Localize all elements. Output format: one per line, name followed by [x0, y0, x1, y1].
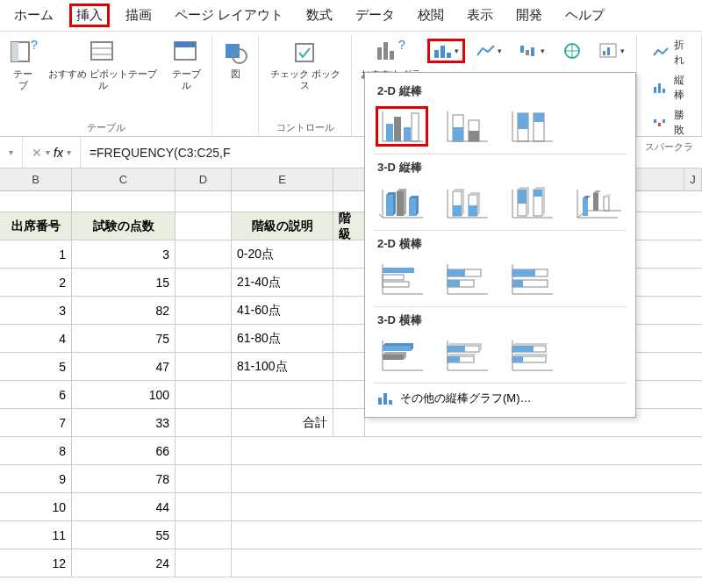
checkbox-label: チェック ボックス	[266, 68, 344, 91]
group-spark-label: スパークラ	[645, 140, 693, 155]
svg-rect-34	[394, 117, 401, 141]
cell-b[interactable]: 3	[0, 297, 72, 325]
tab-insert[interactable]: 挿入	[71, 5, 108, 25]
svg-rect-66	[383, 275, 404, 280]
section-3d-bar: 3-D 横棒	[374, 307, 627, 333]
col-b[interactable]: B	[0, 169, 72, 190]
svg-rect-59	[534, 190, 542, 197]
svg-rect-73	[448, 280, 460, 287]
tab-review[interactable]: 校閲	[412, 5, 449, 25]
svg-rect-53	[453, 205, 462, 216]
line-chart-dropdown[interactable]: ▾	[472, 40, 506, 61]
cell-b[interactable]: 12	[0, 549, 72, 577]
cell-c[interactable]: 78	[72, 465, 176, 493]
cell-c[interactable]: 24	[72, 549, 176, 577]
cell-c[interactable]: 44	[72, 493, 176, 521]
cell-c[interactable]: 82	[72, 297, 176, 325]
cell-c[interactable]: 33	[72, 409, 176, 437]
stacked100-bar-3d[interactable]	[507, 337, 556, 374]
formula-input[interactable]: =FREQUENCY(C3:C25,F	[81, 146, 240, 160]
stacked-column-3d[interactable]	[442, 184, 491, 221]
sparkline-winloss[interactable]: 勝敗	[653, 105, 694, 140]
cell-b[interactable]: 4	[0, 325, 72, 353]
column-chart-dropdown[interactable]: ▾	[429, 40, 463, 61]
tab-view[interactable]: 表示	[462, 5, 498, 25]
pivot-chart-dropdown[interactable]: ▾	[595, 40, 629, 61]
clustered-bar-2d[interactable]	[377, 261, 426, 298]
cell-c[interactable]: 75	[72, 325, 176, 353]
stacked100-column-2d[interactable]	[507, 108, 556, 145]
svg-rect-7	[175, 42, 196, 47]
col-c[interactable]: C	[72, 169, 176, 190]
svg-rect-17	[447, 53, 451, 58]
clustered-column-3d[interactable]	[377, 184, 426, 221]
tab-help[interactable]: ヘルプ	[560, 5, 610, 25]
sparkline-column[interactable]: 縦棒	[653, 70, 694, 105]
col-j[interactable]: J	[684, 169, 702, 190]
cell-c[interactable]: 66	[72, 437, 176, 465]
cell-b[interactable]: 2	[0, 269, 72, 297]
stacked100-column-3d[interactable]	[507, 184, 556, 221]
name-box[interactable]: ▾	[0, 137, 23, 168]
cell-b[interactable]: 10	[0, 493, 72, 521]
cell-b[interactable]: 1	[0, 240, 72, 269]
stacked100-bar-2d[interactable]	[507, 261, 556, 298]
map-chart-dropdown[interactable]	[558, 40, 586, 61]
group-controls-label: コントロール	[276, 121, 334, 136]
cell-b[interactable]: 5	[0, 353, 72, 381]
cell-c[interactable]: 47	[72, 353, 176, 381]
cell-b[interactable]: 9	[0, 465, 72, 493]
svg-rect-19	[526, 50, 529, 55]
cell-b[interactable]: 8	[0, 437, 72, 465]
svg-rect-89	[448, 356, 460, 362]
svg-rect-98	[389, 400, 392, 405]
svg-rect-40	[453, 127, 463, 141]
header-attendance[interactable]: 出席番号	[0, 212, 72, 240]
checkbox-button[interactable]: チェック ボックス	[266, 35, 344, 91]
stacked-column-2d[interactable]	[442, 108, 491, 145]
cell-c[interactable]: 3	[72, 240, 176, 269]
cell-c[interactable]: 100	[72, 381, 176, 409]
more-column-charts[interactable]: その他の縦棒グラフ(M)…	[374, 384, 627, 408]
fx-label[interactable]: fx	[54, 146, 63, 160]
rec-pivot-button[interactable]: おすすめ ピボットテーブル	[46, 35, 161, 91]
cell-e[interactable]: 0-20点	[232, 240, 333, 269]
illustrations-button[interactable]: 図	[219, 35, 251, 80]
waterfall-chart-dropdown[interactable]: ▾	[515, 40, 549, 61]
cell-b[interactable]: 6	[0, 381, 72, 409]
tab-home[interactable]: ホーム	[9, 5, 59, 25]
svg-rect-24	[607, 47, 610, 55]
col-e[interactable]: E	[232, 169, 333, 190]
svg-rect-93	[512, 346, 534, 352]
cell-e[interactable]: 41-60点	[232, 297, 333, 325]
clustered-column-2d[interactable]	[377, 108, 426, 145]
svg-rect-79	[512, 280, 523, 287]
clustered-bar-3d[interactable]	[377, 337, 426, 374]
cell-e[interactable]: 21-40点	[232, 269, 333, 297]
header-score[interactable]: 試験の点数	[72, 212, 176, 240]
column-3d[interactable]	[572, 184, 621, 221]
cell-sum-label[interactable]: 合計	[232, 409, 333, 437]
pivot-table-button[interactable]: ? テー ブ	[7, 35, 39, 91]
svg-rect-28	[654, 119, 656, 123]
header-class[interactable]: 階級	[333, 212, 365, 240]
col-d[interactable]: D	[176, 169, 232, 190]
stacked-bar-3d[interactable]	[442, 337, 491, 374]
tab-draw[interactable]: 描画	[120, 5, 157, 25]
cell-c[interactable]: 15	[72, 269, 176, 297]
tab-pagelayout[interactable]: ページ レイアウト	[169, 5, 289, 25]
group-sparklines: 折れ 縦棒 勝敗 スパークラ	[636, 35, 702, 136]
cell-e[interactable]: 61-80点	[232, 325, 333, 353]
stacked-bar-2d[interactable]	[442, 261, 491, 298]
cell-c[interactable]: 55	[72, 521, 176, 549]
cell-b[interactable]: 7	[0, 409, 72, 437]
tab-developer[interactable]: 開発	[511, 5, 548, 25]
sparkline-line[interactable]: 折れ	[653, 35, 694, 70]
cell-b[interactable]: 11	[0, 521, 72, 549]
cell-e[interactable]: 81-100点	[232, 353, 333, 381]
svg-rect-61	[593, 193, 598, 211]
tab-formulas[interactable]: 数式	[301, 5, 338, 25]
header-classdesc[interactable]: 階級の説明	[232, 212, 333, 240]
tab-data[interactable]: データ	[350, 5, 400, 25]
table-button[interactable]: テーブル	[168, 35, 205, 91]
